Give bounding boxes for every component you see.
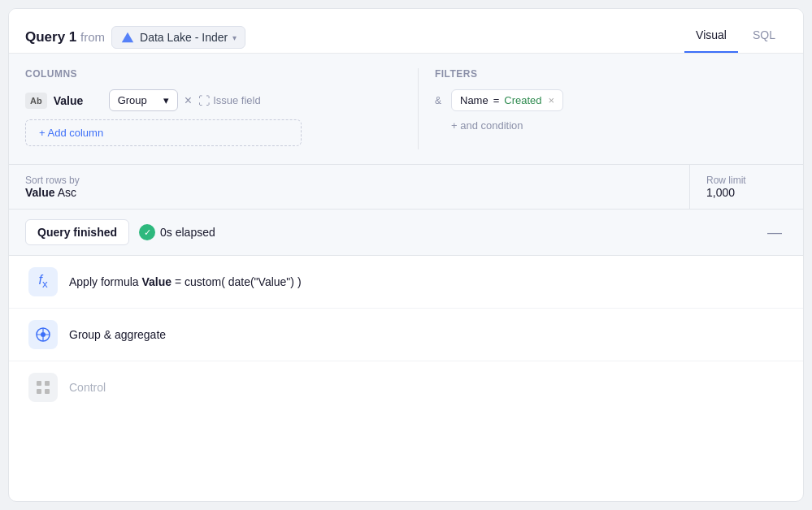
issue-field-icon: ⛶ [198,94,210,107]
group-select-chevron: ▾ [163,94,169,106]
header-tabs: Visual SQL [684,22,787,53]
chevron-down-icon: ▾ [232,33,237,42]
sort-value: Value Asc [25,186,689,199]
step-formula[interactable]: fx Apply formula Value = custom( date("V… [9,256,803,309]
and-condition-button[interactable]: + and condition [451,119,787,132]
step-group[interactable]: Group & aggregate [9,309,803,361]
formula-step-text: Apply formula Value = custom( date("Valu… [69,275,302,288]
atlas-icon [120,30,135,45]
status-left: Query finished ✓ 0s elapsed [25,219,215,245]
group-step-text: Group & aggregate [69,328,166,341]
sort-area: Sort rows by Value Asc [25,165,689,209]
tab-visual[interactable]: Visual [684,22,738,53]
columns-section: Columns Ab Value Group ▾ × ⛶ Issue field… [25,68,402,149]
filter-value: Created [504,94,541,106]
column-row: Ab Value Group ▾ × ⛶ Issue field [25,89,377,111]
row-limit-area: Row limit 1,000 [689,165,787,209]
row-limit-label: Row limit [706,175,771,186]
add-column-label: + Add column [39,127,103,139]
filters-section: Filters & Name = Created × + and conditi… [435,68,787,149]
main-container: Query 1 from Data Lake - Inder ▾ Visual … [8,8,804,502]
filter-row: & Name = Created × [435,89,787,111]
svg-rect-4 [45,381,50,386]
sort-label: Sort rows by [25,175,689,186]
field-type-tag: ⛶ Issue field [198,94,261,107]
field-type-label: Issue field [213,94,261,106]
svg-marker-0 [122,32,133,43]
check-circle-icon: ✓ [139,224,155,240]
filter-field: Name [460,94,489,106]
formula-bold: Value [141,275,172,288]
elapsed-label: 0s elapsed [160,226,215,239]
header-left: Query 1 from Data Lake - Inder ▾ [25,26,245,49]
control-icon [28,373,58,402]
sort-row-section: Sort rows by Value Asc Row limit 1,000 [9,165,803,210]
svg-rect-5 [37,389,41,394]
query-title: Query 1 from [25,29,105,45]
column-type-icon: Ab [25,93,47,109]
control-step-text: Control [69,381,106,394]
data-source-badge[interactable]: Data Lake - Inder ▾ [111,26,245,49]
query-finished-button[interactable]: Query finished [25,219,129,245]
and-condition-label: + and condition [451,119,523,132]
filter-operator: = [493,94,500,106]
svg-point-2 [41,332,46,337]
svg-rect-6 [45,389,50,394]
status-bar: Query finished ✓ 0s elapsed — [9,210,803,256]
elapsed-badge: ✓ 0s elapsed [139,224,215,240]
collapse-button[interactable]: — [762,223,787,243]
from-text: from [80,30,105,44]
svg-rect-3 [37,381,41,386]
group-select-label: Group [118,94,147,106]
column-remove-button[interactable]: × [185,94,192,107]
query-config: Columns Ab Value Group ▾ × ⛶ Issue field… [9,54,803,165]
filter-chip[interactable]: Name = Created × [451,89,563,111]
header: Query 1 from Data Lake - Inder ▾ Visual … [9,9,803,54]
section-divider [418,68,419,149]
steps-area: fx Apply formula Value = custom( date("V… [9,256,803,421]
data-source-label: Data Lake - Inder [140,31,228,44]
filter-connector: & [435,95,445,106]
step-control[interactable]: Control [9,361,803,413]
columns-label: Columns [25,68,377,80]
row-limit-value: 1,000 [706,186,771,199]
group-icon [28,320,58,349]
add-column-button[interactable]: + Add column [25,119,302,146]
tab-sql[interactable]: SQL [741,22,787,53]
column-name: Value [54,94,102,107]
group-select[interactable]: Group ▾ [109,89,178,111]
filters-label: Filters [435,68,787,80]
filter-remove-button[interactable]: × [549,94,555,106]
formula-icon: fx [28,267,58,296]
